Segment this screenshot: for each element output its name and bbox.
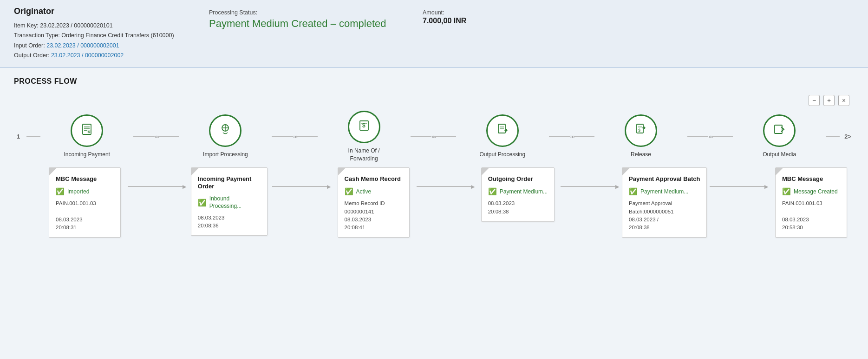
status-text-mbc-2: Message Created — [794, 188, 838, 196]
card-mbc-message-2[interactable]: MBC Message ✅ Message Created PAIN.001.0… — [775, 167, 847, 238]
release-icon: $ — [634, 122, 648, 140]
card-incoming-payment-order[interactable]: Incoming Payment Order ✅ Inbound Process… — [191, 167, 268, 236]
card-detail-oo: 08.03.2023 20:08:38 — [488, 199, 548, 216]
status-check-ipo: ✅ — [198, 199, 207, 207]
incoming-payment-icon: $ — [80, 122, 94, 140]
zoom-in-button[interactable]: + — [823, 95, 835, 106]
card-title-mbc-1: MBC Message — [56, 175, 114, 183]
import-processing-icon — [218, 122, 232, 140]
node-label-release: Release — [631, 151, 651, 159]
page-end-marker: 2> — [842, 133, 854, 140]
node-import-processing[interactable]: Import Processing — [179, 114, 272, 159]
node-output-media[interactable]: Output Media — [733, 114, 826, 159]
transaction-type: Transaction Type: Ordering Finance Credi… — [14, 31, 181, 40]
header-center: Processing Status: Payment Medium Create… — [209, 7, 395, 30]
card-detail-mbc-2: PAIN.001.001.03 08.03.2023 20:58:30 — [782, 199, 840, 232]
status-check-mbc-1: ✅ — [56, 187, 65, 196]
input-order-link[interactable]: 23.02.2023 / 000000002001 — [46, 42, 119, 49]
processing-status-value: Payment Medium Created – completed — [209, 18, 395, 30]
item-key: Item Key: 23.02.2023 / 000000020101 — [14, 21, 181, 31]
svg-text:$: $ — [638, 128, 640, 133]
status-check-pab: ✅ — [629, 187, 638, 196]
card-payment-approval-batch[interactable]: Payment Approval Batch ✅ Payment Medium.… — [622, 167, 707, 238]
card-detail-cmr: Memo Record ID 0000000141 08.03.2023 20:… — [345, 199, 403, 232]
node-in-name-of[interactable]: $ In Name Of / Forwarding — [318, 111, 411, 163]
in-name-of-icon: $ — [357, 119, 371, 136]
card-title-mbc-2: MBC Message — [782, 175, 840, 183]
card-detail-ipo: 08.03.2023 20:08:36 — [198, 214, 261, 230]
svg-rect-19 — [775, 125, 782, 133]
output-order-link[interactable]: 23.02.2023 / 000000002002 — [51, 52, 124, 59]
zoom-out-button[interactable]: − — [809, 95, 820, 106]
header-right: Amount: 7.000,00 INR — [423, 7, 466, 25]
status-check-mbc-2: ✅ — [782, 187, 791, 196]
svg-text:$: $ — [88, 130, 90, 134]
status-text-mbc-1: Imported — [67, 188, 89, 196]
card-detail-pab: Payment Approval Batch:0000000051 08.03.… — [629, 199, 700, 232]
page-start-marker: 1 — [14, 133, 23, 140]
card-mbc-message-1[interactable]: MBC Message ✅ Imported PAIN.001.001.03 0… — [49, 167, 121, 238]
node-release[interactable]: $ Release — [594, 114, 687, 159]
header-left: Originator Item Key: 23.02.2023 / 000000… — [14, 7, 181, 60]
output-order: Output Order: 23.02.2023 / 000000002002 — [14, 51, 181, 60]
status-text-pab: Payment Medium... — [640, 188, 688, 196]
node-label-incoming-payment: Incoming Payment — [64, 151, 110, 159]
card-title-pab: Payment Approval Batch — [629, 175, 700, 183]
input-order: Input Order: 23.02.2023 / 000000002001 — [14, 41, 181, 51]
node-incoming-payment[interactable]: $ Incoming Payment — [40, 114, 133, 159]
status-text-cmr: Active — [356, 188, 372, 196]
status-text-ipo: Inbound Processing... — [209, 195, 261, 210]
card-cash-memo-record[interactable]: Cash Memo Record ✅ Active Memo Record ID… — [338, 167, 410, 238]
flow-cards-row: MBC Message ✅ Imported PAIN.001.001.03 0… — [42, 167, 854, 238]
status-check-cmr: ✅ — [345, 187, 353, 196]
node-label-output-media: Output Media — [763, 151, 796, 159]
card-title-oo: Outgoing Order — [488, 175, 548, 183]
card-outgoing-order[interactable]: Outgoing Order ✅ Payment Medium... 08.03… — [481, 167, 555, 222]
node-label-in-name-of: In Name Of / Forwarding — [334, 147, 394, 163]
card-detail-mbc-1: PAIN.001.001.03 08.03.2023 20:08:31 — [56, 199, 114, 232]
flow-nodes-row: 1 $ Incoming Pa — [14, 111, 854, 163]
output-media-icon — [772, 122, 786, 140]
output-processing-icon — [496, 122, 509, 140]
amount-label: Amount: — [423, 9, 466, 16]
card-title-ipo: Incoming Payment Order — [198, 175, 261, 191]
amount-value: 7.000,00 INR — [423, 17, 466, 25]
processing-status-label: Processing Status: — [209, 9, 395, 16]
status-text-oo: Payment Medium... — [500, 188, 548, 196]
header-section: Originator Item Key: 23.02.2023 / 000000… — [0, 0, 868, 68]
node-output-processing[interactable]: Output Processing — [456, 114, 549, 159]
originator-title: Originator — [14, 7, 181, 16]
zoom-reset-button[interactable]: × — [838, 95, 849, 106]
node-label-import-processing: Import Processing — [203, 151, 248, 159]
status-check-oo: ✅ — [488, 187, 497, 196]
node-label-output-processing: Output Processing — [479, 151, 525, 159]
section-title: PROCESS FLOW — [14, 77, 854, 86]
card-title-cmr: Cash Memo Record — [345, 175, 403, 183]
